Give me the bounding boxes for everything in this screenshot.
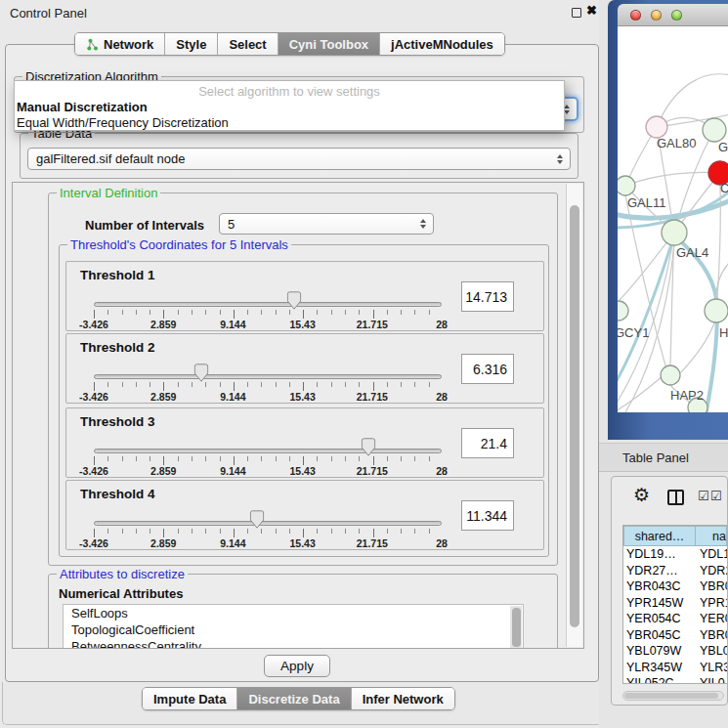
minimize-traffic-light-icon[interactable] [651, 10, 662, 21]
node-ga[interactable] [703, 118, 726, 142]
tab-impute-data[interactable]: Impute Data [143, 688, 237, 709]
network-canvas[interactable]: GAL80 GA C GAL11 GAL4 GCY1 H HAP2 [618, 26, 728, 412]
node-label: GCY1 [618, 325, 649, 340]
attribute-list-item[interactable]: SelfLoops [64, 605, 523, 621]
apply-button[interactable]: Apply [264, 655, 330, 677]
table-data-select[interactable]: galFiltered.sif default node [27, 148, 571, 170]
dropdown-option-manual[interactable]: Manual Discretization [17, 100, 562, 115]
major-ticks [94, 456, 443, 465]
numerical-attributes-list[interactable]: SelfLoopsTopologicalCoefficientBetweenne… [63, 604, 524, 649]
close-icon[interactable]: ✖ [586, 3, 597, 18]
threshold-panel: Threshold 4 -3.4262.8599.14415.4321.7152… [65, 480, 544, 550]
table-cell[interactable]: YLR345W [623, 660, 696, 676]
network-window-titlebar[interactable] [618, 4, 728, 26]
tab-jactivemnodules[interactable]: jActiveMNodules [380, 33, 504, 55]
checkbox-icon-2[interactable]: ☑ [710, 490, 722, 502]
table-cell[interactable]: YBR045C [623, 627, 696, 644]
slider-track[interactable] [94, 302, 442, 307]
table-cell[interactable]: YBR0 [696, 578, 727, 595]
threshold-slider[interactable]: -3.4262.8599.14415.4321.71528 [94, 481, 442, 551]
interval-definition-group: Interval Definition Number of Intervals … [48, 193, 558, 566]
table-cell[interactable]: YBL0 [696, 643, 727, 660]
table-row[interactable]: YDL19…YDL1 [623, 546, 727, 563]
attribute-list-item[interactable]: BetweennessCentrality [64, 638, 523, 649]
tab-style[interactable]: Style [165, 33, 218, 55]
table-cell[interactable]: YPR1 [696, 595, 727, 612]
table-cell[interactable]: YDL1 [696, 546, 727, 563]
settings-scrollbar[interactable] [566, 184, 582, 647]
checkbox-icon-1[interactable]: ☑ [698, 490, 709, 502]
attribute-list-item[interactable]: TopologicalCoefficient [64, 621, 523, 638]
table-cell[interactable]: YER0 [696, 611, 727, 627]
table-panel-header: Table Panel [599, 443, 728, 472]
table-row[interactable]: YBR043CYBR0 [623, 578, 727, 595]
table-cell[interactable]: YLR3 [696, 660, 727, 676]
tick-label: 9.144 [220, 391, 245, 403]
node-gal11[interactable] [618, 176, 635, 195]
column-header-shared-name[interactable]: shared… [623, 526, 696, 546]
num-intervals-select[interactable]: 5 [219, 213, 434, 235]
slider-handle[interactable] [287, 291, 302, 310]
tab-network[interactable]: Network [75, 33, 165, 55]
float-icon[interactable] [572, 8, 581, 18]
table-row[interactable]: YPR145WYPR1 [623, 595, 727, 612]
threshold-slider[interactable]: -3.4262.8599.14415.4321.71528 [94, 262, 442, 332]
table-hscrollbar[interactable] [622, 691, 724, 701]
slider-handle[interactable] [194, 364, 209, 382]
table-cell[interactable]: YIL052C [623, 675, 696, 684]
threshold-value-field[interactable]: 11.344 [461, 500, 514, 531]
slider-track[interactable] [94, 521, 442, 526]
table-cell[interactable]: YPR145W [623, 595, 696, 612]
tick-label: 2.859 [150, 319, 176, 330]
list-scrollbar[interactable] [510, 606, 522, 649]
table-row[interactable]: YLR345WYLR3 [623, 660, 727, 676]
column-header-name[interactable]: na [696, 526, 727, 546]
table-cell[interactable]: YDL19… [623, 546, 696, 563]
tick-label: 21.715 [357, 537, 388, 549]
slider-track[interactable] [94, 449, 442, 453]
tab-select[interactable]: Select [218, 33, 278, 55]
slider-track[interactable] [94, 374, 442, 379]
gear-icon[interactable]: ⚙ [633, 486, 650, 504]
table-cell[interactable]: YDR27… [623, 563, 696, 579]
table-row[interactable]: YBL079WYBL0 [623, 643, 727, 660]
table-hscrollbar-thumb[interactable] [624, 693, 718, 699]
zoom-traffic-light-icon[interactable] [671, 10, 682, 21]
table-cell[interactable]: YBR043C [623, 578, 696, 595]
node-label: C [720, 181, 728, 195]
node-gcy1[interactable] [618, 301, 628, 321]
tick-label: 2.859 [150, 537, 176, 549]
node-gal80[interactable] [646, 116, 667, 138]
split-view-icon[interactable] [667, 490, 684, 505]
tab-infer-network[interactable]: Infer Network [352, 688, 454, 709]
slider-handle[interactable] [250, 510, 265, 529]
tick-label: 15.43 [289, 537, 315, 549]
threshold-slider[interactable]: -3.4262.8599.14415.4321.71528 [94, 334, 442, 405]
table-row[interactable]: YDR27…YDR2 [623, 563, 727, 579]
tab-discretize-data[interactable]: Discretize Data [237, 688, 351, 709]
node-hap2[interactable] [661, 365, 680, 385]
table-row[interactable]: YBR045CYBR0 [623, 627, 727, 644]
threshold-value-field[interactable]: 21.4 [461, 428, 514, 458]
table-cell[interactable]: YIL0 [696, 675, 727, 684]
table-cell[interactable]: YDR2 [696, 563, 727, 579]
num-intervals-label: Number of Intervals [85, 218, 204, 233]
list-scrollbar-thumb[interactable] [512, 608, 521, 647]
threshold-value-field[interactable]: 14.713 [461, 281, 514, 312]
dropdown-option-equal-width[interactable]: Equal Width/Frequency Discretization [17, 115, 562, 131]
tab-cyni-toolbox[interactable]: Cyni Toolbox [278, 33, 380, 55]
network-graph[interactable] [618, 26, 728, 412]
node-gal4[interactable] [662, 220, 687, 245]
table-cell[interactable]: YBL079W [623, 643, 696, 660]
table-cell[interactable]: YBR0 [696, 627, 727, 644]
node-label: GA [718, 140, 728, 154]
threshold-value-field[interactable]: 6.316 [461, 354, 514, 384]
slider-handle[interactable] [362, 438, 376, 456]
table-row[interactable]: YIL052CYIL0 [623, 675, 727, 684]
close-traffic-light-icon[interactable] [630, 10, 641, 21]
table-cell[interactable]: YER054C [623, 611, 696, 627]
threshold-slider[interactable]: -3.4262.8599.14415.4321.71528 [94, 408, 442, 479]
node-h[interactable] [705, 299, 728, 322]
settings-scrollbar-thumb[interactable] [570, 205, 579, 627]
table-row[interactable]: YER054CYER0 [623, 611, 727, 627]
